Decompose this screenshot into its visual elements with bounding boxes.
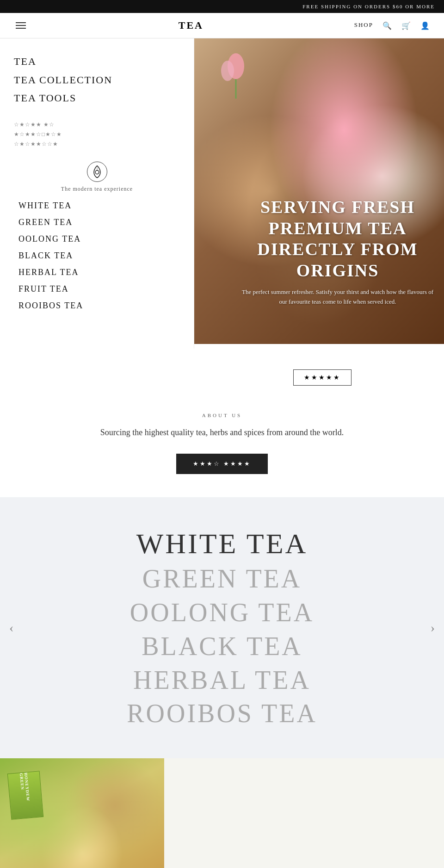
carousel-item-green-tea[interactable]: GREEN TEA: [28, 562, 416, 596]
svg-point-2: [221, 61, 234, 81]
hamburger-menu[interactable]: [14, 20, 28, 31]
carousel-arrow-left[interactable]: ‹: [9, 620, 13, 635]
tea-box: HONEYDEW GREEN: [7, 771, 43, 820]
product-image-left: HONEYDEW GREEN: [0, 758, 164, 868]
drawer-black-tea[interactable]: BLACK TEA: [14, 247, 180, 264]
drawer-rooibos-tea[interactable]: ROOIBOS TEA: [14, 297, 180, 314]
drawer-herbal-tea[interactable]: HERBAL TEA: [14, 264, 180, 281]
hero-heading: SERVING FRESH PREMIUM TEA DIRECTLY FROM …: [240, 197, 435, 281]
drawer-nav-collection[interactable]: TEA COLLECTION: [14, 71, 180, 89]
banner-text: FREE SHIPPING ON ORDERS $60 OR MORE: [302, 4, 435, 9]
cart-icon[interactable]: 🛒: [401, 21, 411, 30]
drawer-tagline: The modern tea experience: [14, 186, 180, 193]
drawer-misc-1: ☆★☆★★ ★☆: [14, 121, 180, 128]
carousel-item-oolong-tea[interactable]: OOLONG TEA: [28, 596, 416, 630]
drawer-nav-tea[interactable]: TEA: [14, 52, 180, 71]
drawer-misc-3: ☆★☆★★☆☆★: [14, 141, 180, 148]
carousel-item-black-tea[interactable]: BLACK TEA: [28, 630, 416, 663]
account-icon[interactable]: 👤: [420, 21, 430, 30]
about-section: ★★★★★ ABOUT US Sourcing the highest qual…: [0, 344, 444, 497]
hero-text-overlay: SERVING FRESH PREMIUM TEA DIRECTLY FROM …: [240, 197, 435, 307]
header-nav-right: SHOP 🔍 🛒 👤: [354, 21, 430, 30]
search-icon[interactable]: 🔍: [382, 21, 392, 30]
drawer-logo-icon: [87, 162, 107, 182]
drawer-misc-2: ★☆★★☆□★☆★: [14, 131, 180, 138]
drawer-white-tea[interactable]: WHITE TEA: [14, 197, 180, 214]
drawer-tea-list: WHITE TEA GREEN TEA OOLONG TEA BLACK TEA…: [14, 197, 180, 314]
shop-link[interactable]: SHOP: [354, 21, 373, 30]
product-section: HONEYDEW GREEN: [0, 758, 444, 868]
product-content-right: [164, 758, 444, 868]
about-rating-container: ★★★★★: [9, 369, 352, 400]
drawer-nav-tools[interactable]: TEA TOOLS: [14, 89, 180, 107]
tea-cup-decoration: [99, 860, 155, 868]
about-label: ABOUT US: [83, 412, 361, 418]
drawer-green-tea[interactable]: GREEN TEA: [14, 214, 180, 231]
carousel-item-herbal-tea[interactable]: HERBAL TEA: [28, 663, 416, 697]
hero-subtext: The perfect summer refresher. Satisfy yo…: [240, 287, 435, 307]
carousel-item-rooibos-tea[interactable]: ROOIBOS TEA: [28, 697, 416, 731]
about-cta-button[interactable]: ★★★☆ ★★★★: [176, 454, 268, 474]
carousel-item-white-tea[interactable]: WHITE TEA: [28, 525, 416, 562]
header: TEA SHOP 🔍 🛒 👤: [0, 13, 444, 38]
drawer-logo-area: The modern tea experience: [14, 162, 180, 193]
side-drawer: TEA TEA COLLECTION TEA TOOLS ☆★☆★★ ★☆ ★☆…: [0, 38, 194, 349]
drawer-oolong-tea[interactable]: OOLONG TEA: [14, 231, 180, 247]
carousel-arrow-right[interactable]: ›: [431, 620, 435, 635]
tea-carousel: ‹ WHITE TEA GREEN TEA OOLONG TEA BLACK T…: [0, 497, 444, 759]
top-banner: FREE SHIPPING ON ORDERS $60 OR MORE: [0, 0, 444, 13]
about-description: Sourcing the highest quality tea, herbs …: [83, 425, 361, 440]
tulip-decoration: [217, 43, 254, 99]
drawer-fruit-tea[interactable]: FRUIT TEA: [14, 281, 180, 297]
about-rating: ★★★★★: [293, 369, 352, 386]
drawer-main-nav: TEA TEA COLLECTION TEA TOOLS: [14, 52, 180, 107]
about-content: ABOUT US Sourcing the highest quality te…: [83, 412, 361, 474]
site-logo[interactable]: TEA: [179, 19, 204, 31]
hero-section: TEA TEA COLLECTION TEA TOOLS ☆★☆★★ ★☆ ★☆…: [0, 38, 444, 344]
svg-point-0: [95, 170, 99, 174]
carousel-list: WHITE TEA GREEN TEA OOLONG TEA BLACK TEA…: [28, 525, 416, 731]
